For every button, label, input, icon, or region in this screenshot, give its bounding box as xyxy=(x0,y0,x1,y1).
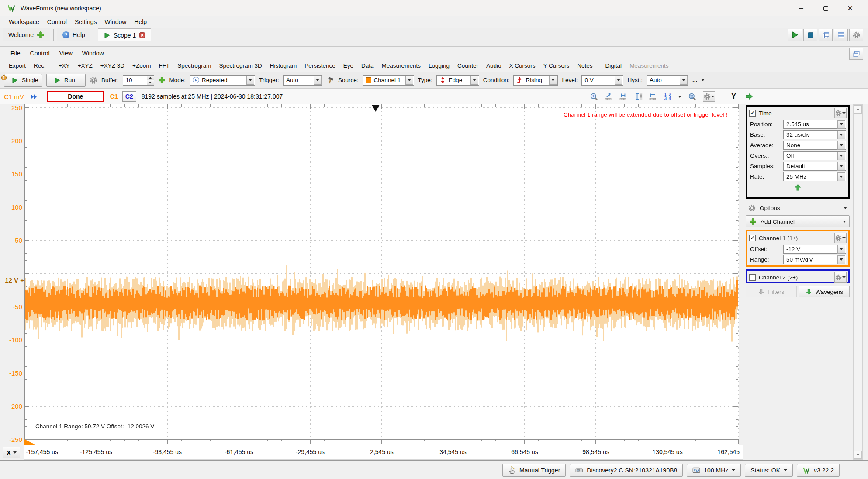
dropdown-icon[interactable] xyxy=(837,120,845,129)
status-button[interactable]: Status: OK xyxy=(745,464,793,477)
dropdown-icon[interactable] xyxy=(837,152,845,160)
cursor-measure-icon[interactable] xyxy=(605,93,613,101)
toolbar-rec[interactable]: Rec. xyxy=(30,62,50,69)
toolbar-add-zoom[interactable]: +Zoom xyxy=(128,62,155,69)
level-dropdown-icon[interactable] xyxy=(615,76,622,85)
toolbar-histogram[interactable]: Histogram xyxy=(266,62,301,69)
measure-caret-icon[interactable] xyxy=(678,96,681,98)
level-measure-icon[interactable] xyxy=(649,93,657,101)
menu-workspace[interactable]: Workspace xyxy=(5,17,43,26)
config-panel-scrollbar[interactable] xyxy=(853,104,863,460)
tab-scope-1[interactable]: Scope 1 xyxy=(98,28,151,41)
mode-dropdown-icon[interactable] xyxy=(246,76,254,85)
frequency-button[interactable]: 100 MHz xyxy=(687,464,741,477)
toolbar-measurements[interactable]: Measurements xyxy=(378,62,425,69)
scope-menu-control[interactable]: Control xyxy=(25,49,55,58)
offset-select[interactable]: -12 V xyxy=(783,245,846,254)
base-select[interactable]: 32 us/div xyxy=(783,130,846,139)
more-trigger-options[interactable]: ... xyxy=(692,77,697,83)
add-channel-button[interactable]: Add Channel xyxy=(746,215,850,227)
toolbar-add-xyz3d[interactable]: +XYZ 3D xyxy=(97,62,128,69)
time-settings-button[interactable] xyxy=(834,108,847,118)
more-options-caret-icon[interactable] xyxy=(701,79,705,81)
toolbar-y-cursors[interactable]: Y Cursors xyxy=(539,62,574,69)
minimize-button[interactable]: – xyxy=(789,0,813,16)
dropdown-icon[interactable] xyxy=(837,255,845,264)
y-axis-button[interactable]: Y xyxy=(729,93,739,100)
hysteresis-dropdown-icon[interactable] xyxy=(680,76,688,85)
manual-trigger-button[interactable]: Manual Trigger xyxy=(502,464,566,477)
zoom-grid-icon[interactable] xyxy=(688,93,696,101)
dropdown-icon[interactable] xyxy=(837,172,845,181)
hysteresis-select[interactable]: Auto xyxy=(647,75,688,86)
condition-dropdown-icon[interactable] xyxy=(549,76,557,85)
channel1-checkbox[interactable]: ✓ xyxy=(749,235,756,241)
dropdown-icon[interactable] xyxy=(837,245,845,254)
level-select[interactable]: 0 V xyxy=(581,75,623,86)
buffer-gear-icon[interactable] xyxy=(90,76,97,84)
expand-config-chevrons-icon[interactable] xyxy=(30,93,38,100)
toolbar-spectrogram[interactable]: Spectrogram xyxy=(173,62,215,69)
toolbar-logging[interactable]: Logging xyxy=(425,62,453,69)
samples-select[interactable]: Default xyxy=(783,162,846,171)
buffer-spinner[interactable]: 10 xyxy=(123,75,154,86)
position-select[interactable]: 2.545 us xyxy=(783,120,846,129)
tab-welcome[interactable]: Welcome xyxy=(3,28,50,41)
options-row[interactable]: Options xyxy=(746,202,850,214)
quick-measure-digits-icon[interactable]: 1 2 3 4 xyxy=(664,93,671,100)
maximize-button[interactable] xyxy=(813,0,838,16)
menu-settings[interactable]: Settings xyxy=(71,17,101,26)
manual-trigger-hammer-icon[interactable] xyxy=(326,76,334,84)
scope-menu-file[interactable]: File xyxy=(6,49,25,58)
vertical-measure-icon[interactable] xyxy=(634,93,643,101)
undock-scope-button[interactable] xyxy=(849,48,863,60)
toolbar-add-xy[interactable]: +XY xyxy=(55,62,74,69)
dropdown-icon[interactable] xyxy=(837,141,845,150)
toolbar-persistence[interactable]: Persistence xyxy=(301,62,339,69)
mode-select[interactable]: Repeated xyxy=(190,75,255,86)
dropdown-icon[interactable] xyxy=(837,131,845,139)
plot-settings-button[interactable] xyxy=(703,91,715,102)
oversampling-select[interactable]: Off xyxy=(783,151,846,160)
spin-down-icon[interactable] xyxy=(147,80,154,85)
toolbar-counter[interactable]: Counter xyxy=(453,62,482,69)
channel1-settings-button[interactable] xyxy=(834,233,847,243)
scope-menu-window[interactable]: Window xyxy=(77,49,109,58)
rate-select[interactable]: 25 MHz xyxy=(783,172,846,181)
buffer-value[interactable]: 10 xyxy=(123,77,147,83)
toolbar-digital[interactable]: Digital xyxy=(602,62,626,69)
time-checkbox[interactable]: ✓ xyxy=(749,110,756,117)
average-select[interactable]: None xyxy=(783,141,846,150)
toolbar-audio[interactable]: Audio xyxy=(482,62,505,69)
workspace-settings-button[interactable] xyxy=(849,29,863,41)
scroll-down-button[interactable] xyxy=(854,451,862,459)
channel2-toggle[interactable]: C2 xyxy=(122,91,136,102)
add-acquisition-icon[interactable] xyxy=(158,76,166,84)
toolbar-notes[interactable]: Notes xyxy=(573,62,596,69)
tile-windows-button[interactable] xyxy=(834,29,848,41)
scope-menu-view[interactable]: View xyxy=(55,49,77,58)
horizontal-measure-icon[interactable] xyxy=(619,93,628,101)
scope-plot-canvas[interactable] xyxy=(24,104,739,445)
expand-right-panel-icon[interactable] xyxy=(745,93,753,100)
spin-up-icon[interactable] xyxy=(147,76,154,80)
toolbar-fft[interactable]: FFT xyxy=(155,62,173,69)
channel2-checkbox[interactable] xyxy=(749,274,756,281)
title-bar[interactable]: WaveForms (new workspace) – ✕ xyxy=(0,0,868,16)
menu-help[interactable]: Help xyxy=(130,17,151,26)
x-axis-button[interactable]: X xyxy=(3,447,20,458)
type-dropdown-icon[interactable] xyxy=(470,76,478,85)
single-button[interactable]: 1 Single xyxy=(4,74,42,87)
scroll-up-button[interactable] xyxy=(854,105,862,114)
toolbar-add-xyz[interactable]: +XYZ xyxy=(74,62,97,69)
source-select[interactable]: Channel 1 xyxy=(363,75,414,86)
cascade-windows-button[interactable] xyxy=(819,29,833,41)
close-button[interactable]: ✕ xyxy=(838,0,862,16)
toolbar-x-cursors[interactable]: X Cursors xyxy=(505,62,539,69)
toolbar-data[interactable]: Data xyxy=(357,62,378,69)
run-button[interactable]: Run xyxy=(46,74,86,87)
source-dropdown-icon[interactable] xyxy=(405,76,413,85)
y-axis-unit-label[interactable]: C1 mV xyxy=(4,93,24,100)
channel1-offset-marker-label[interactable]: 12 V + xyxy=(0,276,24,284)
trigger-dropdown-icon[interactable] xyxy=(314,76,322,85)
